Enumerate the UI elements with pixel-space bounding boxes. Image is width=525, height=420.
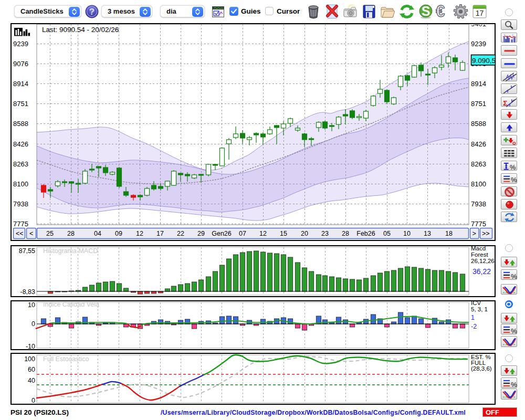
svg-text:Forest: Forest bbox=[471, 251, 488, 258]
svg-text:10: 10 bbox=[28, 301, 35, 309]
svg-text:-8,83: -8,83 bbox=[20, 288, 36, 296]
svg-text:28: 28 bbox=[342, 230, 349, 237]
svg-text:7775: 7775 bbox=[13, 220, 28, 228]
svg-text:?: ? bbox=[89, 7, 94, 17]
svg-text:13: 13 bbox=[424, 230, 431, 237]
svg-text:8100: 8100 bbox=[471, 180, 486, 188]
svg-text:8588: 8588 bbox=[13, 120, 28, 128]
svg-text:12: 12 bbox=[259, 230, 267, 237]
svg-text:07: 07 bbox=[239, 230, 246, 237]
svg-text:Σ: Σ bbox=[503, 99, 507, 107]
svg-text:8588: 8588 bbox=[471, 120, 486, 128]
svg-text:8426: 8426 bbox=[471, 140, 486, 148]
svg-text:%: % bbox=[511, 327, 517, 335]
svg-text:€: € bbox=[436, 3, 445, 19]
svg-text:25: 25 bbox=[46, 230, 54, 237]
svg-text:8263: 8263 bbox=[13, 160, 28, 168]
svg-text:<: < bbox=[29, 230, 33, 237]
svg-text:100: 100 bbox=[24, 355, 35, 363]
svg-text:26,12,26: 26,12,26 bbox=[471, 258, 495, 264]
svg-text:1: 1 bbox=[471, 314, 475, 321]
svg-text:0: 0 bbox=[32, 320, 35, 328]
svg-text:9239: 9239 bbox=[13, 40, 28, 48]
svg-text:17: 17 bbox=[476, 9, 484, 17]
svg-text:S: S bbox=[422, 4, 430, 18]
svg-text:7938: 7938 bbox=[471, 200, 486, 208]
svg-text:%: % bbox=[511, 272, 517, 280]
svg-text:18: 18 bbox=[445, 230, 453, 237]
svg-text:ICV: ICV bbox=[471, 300, 481, 306]
svg-text:7775: 7775 bbox=[471, 220, 486, 228]
svg-text:36,22: 36,22 bbox=[472, 267, 491, 276]
svg-text:20: 20 bbox=[301, 230, 308, 237]
svg-text:8751: 8751 bbox=[13, 100, 28, 108]
svg-text:8751: 8751 bbox=[471, 100, 486, 108]
svg-text:Last: 9090.54 - 20/02/26: Last: 9090.54 - 20/02/26 bbox=[42, 26, 119, 34]
svg-text:15: 15 bbox=[280, 230, 287, 237]
svg-text:%: % bbox=[511, 176, 517, 184]
svg-text:22: 22 bbox=[177, 230, 184, 237]
svg-text:Feb26: Feb26 bbox=[356, 230, 375, 237]
svg-text:Full Estocastico: Full Estocastico bbox=[43, 355, 89, 363]
svg-text:(28,3,6): (28,3,6) bbox=[471, 365, 492, 372]
svg-text:0: 0 bbox=[32, 397, 35, 404]
svg-text:23: 23 bbox=[321, 230, 329, 237]
svg-text:8914: 8914 bbox=[13, 80, 28, 88]
svg-text:29: 29 bbox=[197, 230, 205, 237]
svg-text:87,55: 87,55 bbox=[19, 247, 35, 255]
svg-text:09: 09 bbox=[115, 230, 122, 237]
svg-text:<<: << bbox=[16, 230, 24, 237]
svg-text:40: 40 bbox=[28, 377, 35, 384]
svg-text:-2: -2 bbox=[471, 323, 477, 330]
svg-text:04: 04 bbox=[94, 230, 101, 237]
svg-text:28: 28 bbox=[67, 230, 75, 237]
svg-text:8426: 8426 bbox=[13, 140, 28, 148]
svg-text:Macd: Macd bbox=[471, 245, 486, 251]
svg-text:-10: -10 bbox=[26, 343, 35, 350]
svg-text:>>: >> bbox=[482, 230, 490, 237]
svg-text:>: > bbox=[472, 230, 476, 237]
svg-text:%: % bbox=[510, 163, 516, 171]
svg-text:8100: 8100 bbox=[13, 180, 28, 188]
svg-text:9239: 9239 bbox=[471, 40, 486, 48]
svg-text:8914: 8914 bbox=[471, 80, 486, 88]
svg-text:%: % bbox=[511, 381, 517, 388]
svg-text:Gen26: Gen26 bbox=[212, 230, 232, 237]
svg-text:Indice Calidad Vela: Indice Calidad Vela bbox=[43, 301, 99, 308]
svg-text:05: 05 bbox=[383, 230, 391, 237]
svg-text:60: 60 bbox=[28, 366, 35, 373]
svg-text:Histograma MACD: Histograma MACD bbox=[43, 247, 98, 255]
svg-text:5, 3, 1: 5, 3, 1 bbox=[471, 306, 488, 312]
svg-text:10: 10 bbox=[403, 230, 411, 237]
svg-text:7938: 7938 bbox=[13, 200, 28, 208]
svg-text:17: 17 bbox=[156, 230, 164, 237]
svg-text:9076: 9076 bbox=[13, 60, 28, 68]
svg-text:8263: 8263 bbox=[471, 160, 486, 168]
svg-text:12: 12 bbox=[136, 230, 143, 237]
